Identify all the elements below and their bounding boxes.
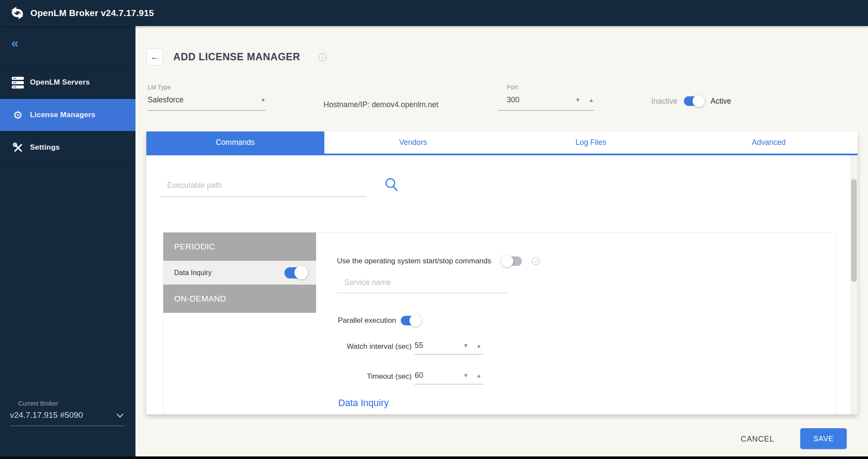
executable-path-input[interactable]	[161, 177, 366, 197]
current-broker-select[interactable]: v24.7.17.915 #5090	[10, 410, 125, 426]
search-icon[interactable]	[384, 177, 399, 193]
toggle-knob	[693, 95, 705, 107]
toggle-knob	[501, 255, 513, 267]
tab-bar: Commands Vendors Log Files Advanced	[146, 131, 858, 154]
top-bar: OpenLM Broker v24.7.17.915	[0, 0, 868, 26]
current-broker-block: Current Broker v24.7.17.915 #5090	[10, 400, 125, 426]
port-input[interactable]	[507, 95, 559, 105]
tab-underline	[146, 154, 858, 155]
servers-icon	[10, 77, 25, 89]
sidebar-item-openlm-servers[interactable]: OpenLM Servers	[0, 66, 135, 98]
page-title: ADD LICENSE MANAGER	[173, 51, 300, 63]
watch-interval-input[interactable]	[415, 341, 442, 350]
inactive-label: Inactive	[651, 97, 677, 106]
status-toggle-group: Inactive Active	[651, 96, 731, 106]
tools-icon	[10, 142, 25, 153]
current-broker-label: Current Broker	[10, 400, 125, 407]
port-label: Port	[498, 84, 594, 91]
executable-path-field	[161, 177, 366, 197]
watch-interval-decrement-icon[interactable]: ▼	[463, 343, 469, 348]
app-title: OpenLM Broker v24.7.17.915	[30, 8, 154, 18]
section-periodic[interactable]: PERIODIC	[163, 233, 316, 261]
tab-panel: Commands Vendors Log Files Advanced PERI…	[146, 131, 858, 414]
current-broker-value: v24.7.17.915 #5090	[10, 410, 83, 420]
back-arrow-icon: ←	[151, 52, 159, 62]
list-item-data-inquiry[interactable]: Data Inquiry	[163, 261, 316, 285]
os-commands-row: Use the operating system start/stop comm…	[337, 256, 540, 266]
service-name-field	[337, 275, 508, 293]
watch-interval-row: Watch interval (sec) ▼ ▲	[338, 341, 483, 354]
back-button[interactable]: ←	[146, 49, 163, 66]
data-inquiry-toggle[interactable]	[284, 267, 307, 279]
tab-advanced[interactable]: Advanced	[680, 131, 858, 154]
timeout-field: ▼ ▲	[415, 371, 483, 384]
tab-vendors[interactable]: Vendors	[324, 131, 502, 154]
watch-interval-field: ▼ ▲	[415, 341, 483, 354]
command-sections-column: PERIODIC Data Inquiry ON-DEMAND	[163, 233, 316, 313]
port-field: Port ▼ ▲	[498, 84, 594, 111]
sidebar-item-label: License Managers	[30, 111, 96, 119]
os-commands-label: Use the operating system start/stop comm…	[337, 257, 491, 266]
active-label: Active	[710, 97, 731, 106]
parallel-execution-label: Parallel execution	[338, 316, 396, 325]
openlm-logo-icon	[10, 5, 25, 21]
sidebar: «	[0, 26, 135, 459]
parallel-execution-toggle[interactable]	[401, 316, 421, 325]
cancel-button[interactable]: CANCEL	[736, 431, 779, 447]
watch-interval-increment-icon[interactable]: ▲	[476, 343, 482, 348]
lm-type-label: LM Type	[148, 84, 266, 91]
sidebar-item-label: OpenLM Servers	[30, 78, 90, 87]
scrollbar-thumb[interactable]	[851, 179, 857, 282]
save-button[interactable]: SAVE	[800, 428, 847, 449]
port-decrement-icon[interactable]: ▼	[575, 97, 581, 103]
active-status-toggle[interactable]	[684, 96, 704, 106]
collapse-sidebar-button[interactable]: «	[11, 36, 19, 49]
gear-icon: ⚙	[10, 109, 25, 121]
timeout-input[interactable]	[415, 371, 442, 380]
sidebar-nav: OpenLM Servers ⚙ License Managers Settin…	[0, 66, 135, 164]
section-on-demand[interactable]: ON-DEMAND	[163, 285, 316, 313]
sidebar-item-license-managers[interactable]: ⚙ License Managers	[0, 98, 135, 131]
data-inquiry-label: Data Inquiry	[174, 269, 211, 277]
data-inquiry-heading[interactable]: Data Inquiry	[338, 398, 389, 409]
info-icon[interactable]: i	[319, 53, 327, 61]
os-commands-toggle[interactable]	[502, 256, 522, 266]
port-increment-icon[interactable]: ▲	[588, 97, 594, 103]
main-content: ← ADD LICENSE MANAGER i LM Type Salesfor…	[135, 26, 868, 459]
bottom-edge-strip	[0, 456, 868, 459]
lm-type-value: Salesforce	[148, 95, 184, 105]
sidebar-item-label: Settings	[30, 143, 60, 152]
tab-log-files[interactable]: Log Files	[502, 131, 680, 154]
lm-type-select[interactable]: LM Type Salesforce ▼	[148, 84, 266, 111]
scrollbar-track[interactable]	[850, 155, 858, 414]
toggle-knob	[294, 266, 308, 279]
info-icon[interactable]: i	[532, 257, 540, 265]
sidebar-item-settings[interactable]: Settings	[0, 131, 135, 164]
toggle-knob	[409, 315, 422, 327]
timeout-decrement-icon[interactable]: ▼	[463, 373, 469, 378]
parallel-execution-row: Parallel execution	[338, 316, 421, 325]
commands-panel: PERIODIC Data Inquiry ON-DEMAND Use the …	[163, 232, 836, 414]
chevron-down-icon	[117, 410, 124, 417]
service-name-input[interactable]	[337, 275, 508, 293]
hostname-text: Hostname/IP: demov4.openlm.net	[323, 100, 439, 109]
watch-interval-label: Watch interval (sec)	[338, 341, 412, 351]
timeout-row: Timeout (sec) ▼ ▲	[338, 371, 483, 384]
timeout-increment-icon[interactable]: ▲	[476, 373, 482, 378]
dropdown-caret-icon: ▼	[261, 97, 266, 103]
tab-commands[interactable]: Commands	[146, 131, 324, 154]
timeout-label: Timeout (sec)	[338, 371, 412, 381]
